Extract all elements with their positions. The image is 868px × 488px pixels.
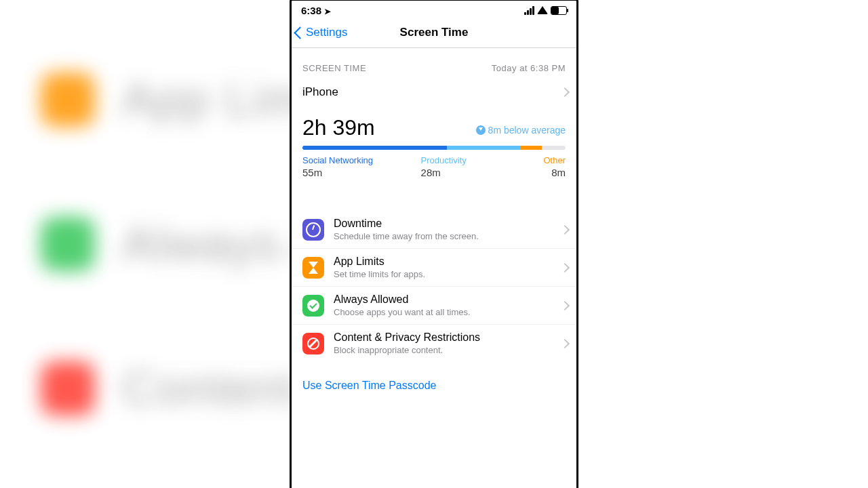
category-label: Social Networking xyxy=(302,155,421,165)
usage-bar xyxy=(302,146,566,150)
category-label: Productivity xyxy=(421,155,513,165)
passcode-link[interactable]: Use Screen Time Passcode xyxy=(292,362,576,399)
chevron-right-icon xyxy=(560,87,570,97)
option-title: App Limits xyxy=(334,256,566,268)
option-subtitle: Choose apps you want at all times. xyxy=(334,307,566,317)
bg-icon xyxy=(41,73,95,127)
option-row[interactable]: Content & Privacy RestrictionsBlock inap… xyxy=(292,324,576,362)
delta-label: 8m below average xyxy=(476,125,566,136)
option-row[interactable]: Always AllowedChoose apps you want at al… xyxy=(292,286,576,324)
down-arrow-icon xyxy=(476,125,486,135)
option-row[interactable]: DowntimeSchedule time away from the scre… xyxy=(292,211,576,248)
category-value: 55m xyxy=(302,167,421,178)
status-bar: 6:38 ➤ xyxy=(292,1,576,18)
nav-bar: Settings Screen Time xyxy=(292,18,576,48)
option-title: Downtime xyxy=(334,218,566,230)
status-time: 6:38 ➤ xyxy=(301,5,331,16)
category: Other8m xyxy=(513,155,566,178)
cellular-icon xyxy=(524,6,534,15)
hourglass-icon xyxy=(302,257,324,279)
content: SCREEN TIME Today at 6:38 PM iPhone 2h 3… xyxy=(292,48,576,488)
back-button[interactable]: Settings xyxy=(296,26,347,39)
device-row[interactable]: iPhone xyxy=(292,79,576,106)
option-subtitle: Block inappropriate content. xyxy=(334,345,566,355)
timestamp: Today at 6:38 PM xyxy=(492,63,566,73)
category-breakdown: Social Networking55mProductivity28mOther… xyxy=(292,152,576,188)
wifi-icon xyxy=(537,5,548,16)
category-label: Other xyxy=(513,155,566,165)
device-name: iPhone xyxy=(302,85,338,98)
back-label: Settings xyxy=(306,26,347,39)
battery-icon xyxy=(551,6,567,15)
option-title: Content & Privacy Restrictions xyxy=(334,331,566,344)
location-icon: ➤ xyxy=(324,7,331,16)
clock-icon xyxy=(302,219,324,241)
option-title: Always Allowed xyxy=(334,293,566,306)
category-value: 8m xyxy=(513,167,566,178)
option-subtitle: Set time limits for apps. xyxy=(334,269,566,279)
options-list: DowntimeSchedule time away from the scre… xyxy=(292,211,576,362)
page-title: Screen Time xyxy=(400,26,469,39)
category: Productivity28m xyxy=(421,155,513,178)
category: Social Networking55m xyxy=(302,155,421,178)
phone-frame: 6:38 ➤ Settings Screen Time SCREEN TIME … xyxy=(290,0,578,488)
section-label: SCREEN TIME xyxy=(302,63,366,73)
category-value: 28m xyxy=(421,167,513,178)
bg-icon xyxy=(41,361,95,415)
option-row[interactable]: App LimitsSet time limits for apps. xyxy=(292,248,576,286)
no-entry-icon xyxy=(302,333,324,354)
total-time: 2h 39m xyxy=(302,115,375,140)
chevron-left-icon xyxy=(294,26,306,39)
bg-icon xyxy=(41,217,95,271)
check-icon xyxy=(302,295,324,317)
option-subtitle: Schedule time away from the screen. xyxy=(334,231,566,241)
